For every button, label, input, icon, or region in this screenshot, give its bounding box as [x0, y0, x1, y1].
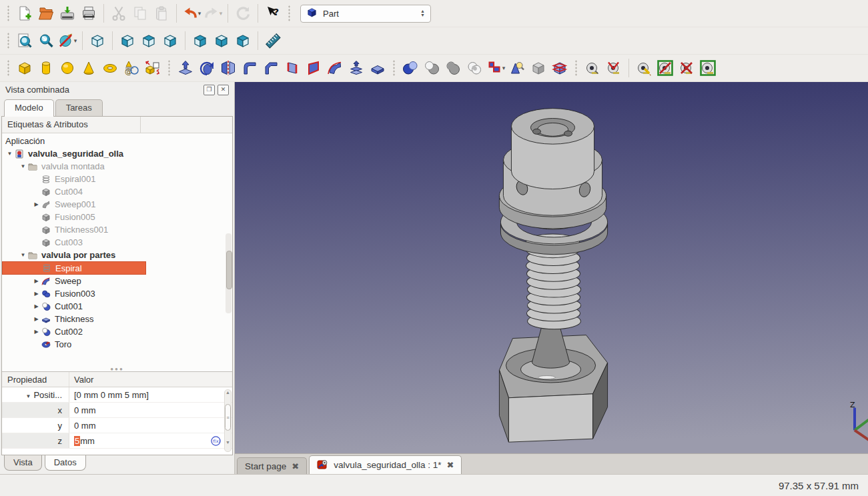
tree-expander-icon[interactable]: ▼ — [5, 151, 15, 157]
tree-expander-icon[interactable]: ▶ — [31, 291, 41, 297]
join-connect-button[interactable]: ▾ — [485, 57, 506, 79]
dropdown-arrow-icon[interactable]: ▾ — [502, 65, 506, 71]
rear-view-button[interactable] — [189, 30, 211, 51]
tree-item-valvula-por-partes[interactable]: ▼valvula por partes — [2, 249, 232, 261]
boolean-intersection-button[interactable] — [464, 57, 485, 79]
tree-column-header[interactable]: Etiquetas & Atributos — [2, 117, 232, 133]
new-document-button[interactable] — [14, 3, 35, 24]
tree-item-espiral[interactable]: Espiral — [2, 261, 146, 275]
ruled-surface-button[interactable] — [282, 57, 303, 79]
measure-toggle-delta-button[interactable] — [697, 57, 719, 79]
tree-root-aplicacion[interactable]: Aplicación — [2, 135, 232, 147]
defeaturing-button[interactable] — [528, 57, 549, 79]
tree-scrollbar[interactable] — [226, 233, 232, 313]
tree-item-valvula-seguridad-olla[interactable]: ▼valvula_seguridad_olla — [2, 147, 232, 160]
tree-expander-icon[interactable]: ▶ — [31, 303, 41, 309]
chamfer-button[interactable] — [260, 57, 282, 79]
save-document-button[interactable] — [57, 3, 78, 24]
tree-expander-icon[interactable]: ▼ — [18, 163, 28, 169]
tree-item-fusion003[interactable]: ▶Fusion003 — [2, 287, 232, 300]
float-panel-icon[interactable]: ❐ — [203, 85, 215, 95]
measure-angular-button[interactable] — [603, 57, 624, 79]
property-row-position[interactable]: ▼Positi... [0 mm 0 mm 5 mm] — [2, 387, 232, 403]
close-tab-icon[interactable]: ✖ — [292, 461, 299, 471]
toolbar-grip[interactable] — [287, 5, 292, 21]
cross-sections-button[interactable] — [549, 57, 570, 79]
sweep-button[interactable] — [324, 57, 346, 79]
undo-button[interactable]: ▾ — [181, 3, 202, 24]
property-row-x[interactable]: x 0 mm — [2, 403, 232, 418]
boolean-operation-button[interactable] — [400, 57, 421, 79]
box-primitive-button[interactable] — [14, 57, 35, 79]
property-row-z[interactable]: z 5 mm f(x) ▲▼ — [2, 433, 232, 449]
workbench-selector[interactable]: Part ▲▼ — [300, 5, 431, 23]
tree-item-cut001[interactable]: ▶Cut001 — [2, 300, 232, 313]
boolean-union-button[interactable] — [442, 57, 464, 79]
tree-item-cut003[interactable]: Cut003 — [2, 236, 232, 249]
close-tab-icon[interactable]: ✖ — [447, 460, 454, 470]
tree-expander-icon[interactable]: ▶ — [31, 278, 41, 284]
property-scrollbar[interactable]: ▲≡▼ — [224, 389, 232, 452]
axonometric-view-button[interactable] — [87, 30, 108, 51]
tree-item-fusion005[interactable]: Fusion005 — [2, 211, 232, 223]
tree-item-cut004[interactable]: Cut004 — [2, 185, 232, 198]
tree-item-thickness[interactable]: ▶Thickness — [2, 313, 232, 325]
collapse-arrow-icon[interactable]: ▼ — [25, 393, 31, 399]
tab-modelo[interactable]: Modelo — [4, 99, 54, 117]
tree-item-espiral001[interactable]: Espiral001 — [2, 173, 232, 185]
tree-item-sweep001[interactable]: ▶Sweep001 — [2, 198, 232, 211]
tab-tareas[interactable]: Tareas — [55, 99, 103, 116]
z-value-editor[interactable]: 5 mm f(x) ▲▼ — [69, 433, 232, 448]
fillet-button[interactable] — [239, 57, 260, 79]
create-primitives-button[interactable]: @ — [121, 57, 142, 79]
toolbar-grip[interactable] — [167, 60, 171, 76]
loft-button[interactable] — [303, 57, 324, 79]
tab-start-page[interactable]: Start page ✖ — [237, 457, 307, 474]
whats-this-button[interactable]: ? — [262, 3, 284, 24]
tab-vista[interactable]: Vista — [4, 455, 42, 471]
fit-all-button[interactable] — [14, 30, 35, 51]
left-view-button[interactable] — [232, 30, 254, 51]
tree-expander-icon[interactable]: ▶ — [31, 316, 41, 322]
tree-item-cut002[interactable]: ▶Cut002 — [2, 325, 232, 338]
print-button[interactable] — [78, 3, 99, 24]
tab-valvula-document[interactable]: valvula_seguridad_olla : 1* ✖ — [309, 455, 462, 474]
revolve-button[interactable] — [196, 57, 218, 79]
fit-selection-button[interactable] — [35, 30, 57, 51]
front-view-button[interactable] — [117, 30, 138, 51]
3d-viewport[interactable]: Z Y X — [235, 82, 868, 453]
tree-item-toro[interactable]: Toro — [2, 338, 232, 351]
tree-item-valvula-montada[interactable]: ▼valvula montada — [2, 160, 232, 173]
toolbar-grip[interactable] — [6, 5, 11, 21]
sphere-primitive-button[interactable] — [57, 57, 78, 79]
tree-item-sweep[interactable]: ▶Sweep — [2, 275, 232, 287]
measure-distance-button[interactable] — [262, 30, 284, 51]
offset-button[interactable] — [346, 57, 367, 79]
cylinder-primitive-button[interactable] — [35, 57, 57, 79]
shape-builder-button[interactable] — [142, 57, 163, 79]
measure-clear-all-button[interactable] — [633, 57, 655, 79]
draw-style-button[interactable]: ▾ — [57, 30, 78, 51]
workbench-spinner-icon[interactable]: ▲▼ — [420, 9, 425, 17]
extrude-button[interactable] — [175, 57, 196, 79]
property-grid-header[interactable]: Propiedad Valor — [2, 372, 232, 387]
close-panel-icon[interactable]: ✕ — [218, 85, 229, 95]
expression-fx-icon[interactable]: f(x) — [211, 436, 221, 446]
tree-expander-icon[interactable]: ▶ — [31, 201, 41, 207]
right-view-button[interactable] — [159, 30, 181, 51]
toolbar-grip[interactable] — [392, 60, 396, 76]
top-view-button[interactable] — [138, 30, 159, 51]
boolean-cut-button[interactable] — [421, 57, 442, 79]
dropdown-arrow-icon[interactable]: ▾ — [74, 37, 77, 44]
check-geometry-button[interactable] — [506, 57, 528, 79]
measure-linear-button[interactable] — [582, 57, 603, 79]
toolbar-grip[interactable] — [6, 33, 11, 49]
tab-datos[interactable]: Datos — [45, 455, 86, 471]
cone-primitive-button[interactable] — [78, 57, 99, 79]
torus-primitive-button[interactable] — [99, 57, 121, 79]
toolbar-grip[interactable] — [6, 60, 11, 76]
property-row-y[interactable]: y 0 mm — [2, 418, 232, 433]
thickness-tool-button[interactable] — [367, 57, 388, 79]
tree-expander-icon[interactable]: ▼ — [18, 252, 28, 258]
panel-title-bar[interactable]: Vista combinada ❐ ✕ — [0, 82, 234, 97]
